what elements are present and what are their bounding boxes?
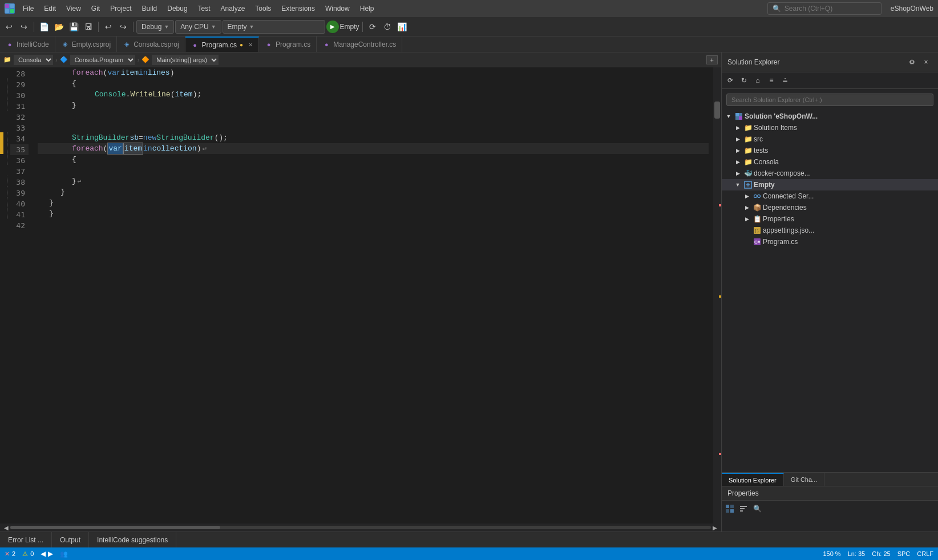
undo-btn[interactable]: ↩ [102,20,115,34]
scroll-left-btn[interactable]: ◀ [2,525,10,530]
forward-btn[interactable]: ↪ [17,20,31,34]
tab-manage-controller[interactable]: ● ManageController.cs [317,36,402,52]
tree-docker[interactable]: ▶ 🐳 docker-compose... [722,168,938,179]
menu-debug[interactable]: Debug [163,2,192,15]
menu-help[interactable]: Help [355,2,379,15]
next-error-btn[interactable]: ▶ [48,550,53,558]
code-editor[interactable]: foreach (var item in lines) { Console.Wr… [33,67,713,524]
menu-bar: // Render menu items File Edit View Git … [18,2,764,15]
warning-marker [719,295,721,298]
tree-dependencies[interactable]: ▶ 📦 Dependencies [722,202,938,213]
global-search-box[interactable]: 🔍 [767,2,882,15]
se-expand-btn[interactable]: ≡ [765,74,778,87]
tree-connected-services[interactable]: ▶ Connected Ser... [722,190,938,202]
menu-tools[interactable]: Tools [250,2,276,15]
menu-edit[interactable]: Edit [39,2,60,15]
svg-point-9 [754,195,757,198]
nav-separator-1: › [55,56,58,63]
nav-left-select[interactable]: Consola [14,55,53,65]
tab-program-cs[interactable]: ● Program.cs [259,36,317,52]
tree-empty-project[interactable]: ▼ Empty [722,179,938,190]
panel-bottom-tabs: Solution Explorer Git Cha... [722,472,938,486]
tab-empty-csproj[interactable]: ◈ Empty.csproj [55,36,117,52]
props-search-btn[interactable]: 🔍 [751,502,763,515]
tab-intellicode-suggestions[interactable]: IntelliCode suggestions [89,532,176,547]
se-search-input[interactable] [726,94,933,106]
code-line-40: } [38,197,709,208]
debug-mode-dropdown[interactable]: Debug ▼ [136,20,174,34]
horizontal-scrollbar[interactable]: ◀ ▶ [0,524,721,531]
tab-close-btn[interactable]: ✕ [248,42,253,48]
menu-file[interactable]: File [18,2,38,15]
vertical-scrollbar[interactable] [713,67,721,524]
h-scroll-thumb[interactable] [10,526,220,529]
menu-project[interactable]: Project [106,2,136,15]
status-warnings[interactable]: ⚠ 0 [22,550,34,558]
tree-solution-root[interactable]: ▼ Solution 'eShopOnW... [722,111,938,122]
startup-project-label: Empty [228,23,247,31]
profiler-btn[interactable]: ⏱ [381,20,394,34]
status-errors[interactable]: ✕ 2 [5,550,15,558]
platform-dropdown[interactable]: Any CPU ▼ [175,20,221,34]
menu-extensions[interactable]: Extensions [277,2,320,15]
tree-src[interactable]: ▶ 📁 src [722,133,938,145]
global-search-input[interactable] [785,5,864,13]
tab-program-cs-active[interactable]: ● Program.cs ● ✕ [185,36,259,52]
open-btn[interactable]: 📂 [52,20,66,34]
props-category-btn[interactable] [723,502,736,515]
add-nav-btn[interactable]: + [706,55,718,64]
tree-program-cs[interactable]: ▶ C# Program.cs [722,236,938,247]
redo-btn[interactable]: ↪ [116,20,130,34]
startup-project-dropdown[interactable]: Empty ▼ [223,20,325,34]
menu-window[interactable]: Window [321,2,354,15]
nav-mid-select[interactable]: Consola.Program [70,55,135,65]
prev-error-btn[interactable]: ◀ [41,550,46,558]
refresh-btn[interactable]: ⟳ [366,20,379,34]
panel-close-btn[interactable]: × [920,56,932,68]
run-btn[interactable]: ▶ [326,21,339,33]
svg-rect-4 [735,113,739,116]
empty-project-label: Empty [754,181,775,189]
main-toolbar: ↩ ↪ 📄 📂 💾 🖫 ↩ ↪ Debug ▼ Any CPU ▼ Empty … [0,17,938,36]
code-line-38: } ↵ [38,176,709,186]
se-refresh-btn[interactable]: ↻ [738,74,750,87]
diagnostics-btn[interactable]: 📊 [395,20,409,34]
tab-intellicode[interactable]: ● IntelliCode [0,36,55,52]
menu-view[interactable]: View [62,2,86,15]
back-btn[interactable]: ↩ [2,20,16,34]
tab-git-changes[interactable]: Git Cha... [784,473,824,486]
save-all-btn[interactable]: 🖫 [82,20,95,34]
tab-solution-explorer[interactable]: Solution Explorer [722,473,784,486]
props-sort-btn[interactable] [737,502,750,515]
properties-panel-header: Properties [722,486,938,501]
tree-tests[interactable]: ▶ 📁 tests [722,145,938,156]
new-file-btn[interactable]: 📄 [37,20,51,34]
menu-build[interactable]: Build [138,2,162,15]
se-filter-btn[interactable]: ≐ [779,74,791,87]
modified-indicator: ● [240,42,243,48]
scroll-right-btn[interactable]: ▶ [711,525,719,530]
se-sync-btn[interactable]: ⟳ [724,74,737,87]
menu-analyze[interactable]: Analyze [216,2,250,15]
tab-consola-csproj[interactable]: ◈ Consola.csproj [117,36,185,52]
scroll-thumb[interactable] [714,102,720,119]
menu-git[interactable]: Git [87,2,104,15]
nav-right-select[interactable]: Main(string[] args) [152,55,219,65]
tab-output[interactable]: Output [52,532,89,547]
tree-properties[interactable]: ▶ 📋 Properties [722,213,938,225]
panel-settings-btn[interactable]: ⚙ [905,56,918,68]
save-btn[interactable]: 💾 [67,20,80,34]
tree-appsettings[interactable]: ▶ { } appsettings.jso... [722,225,938,236]
menu-test[interactable]: Test [193,2,215,15]
se-home-btn[interactable]: ⌂ [751,74,764,87]
line-ending-info[interactable]: CRLF [917,550,933,557]
tab-error-list[interactable]: Error List ... [0,532,52,547]
tab-manage-controller-label: ManageController.cs [333,40,396,48]
tests-label: tests [754,147,768,155]
encoding-info[interactable]: SPC [897,550,911,557]
zoom-level[interactable]: 150 % [823,550,840,557]
live-share-btn[interactable]: 👥 [60,550,68,558]
platform-arrow: ▼ [211,24,216,30]
tree-consola[interactable]: ▶ 📁 Consola [722,156,938,168]
tree-solution-items[interactable]: ▶ 📁 Solution Items [722,122,938,133]
